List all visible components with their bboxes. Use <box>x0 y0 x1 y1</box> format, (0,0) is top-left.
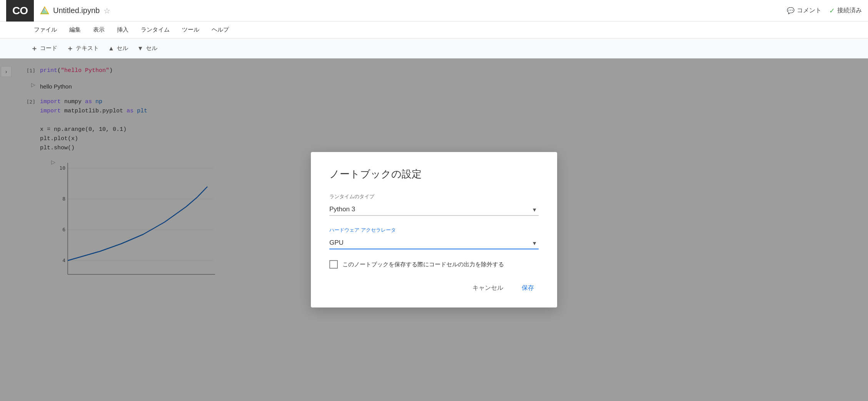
menu-edit[interactable]: 編集 <box>69 26 81 33</box>
menu-insert[interactable]: 挿入 <box>117 26 129 33</box>
settings-dialog: ノートブックの設定 ランタイムのタイプ Python 3 Python 2 ▼ … <box>311 152 557 307</box>
runtime-select[interactable]: Python 3 Python 2 <box>329 203 539 216</box>
star-icon[interactable]: ☆ <box>103 6 110 15</box>
save-button[interactable]: 保存 <box>517 281 539 295</box>
menu-view[interactable]: 表示 <box>93 26 105 33</box>
menu-file[interactable]: ファイル <box>34 26 57 33</box>
dialog-actions: キャンセル 保存 <box>329 281 539 295</box>
comment-button[interactable]: 💬 コメント <box>787 7 821 15</box>
dialog-title: ノートブックの設定 <box>329 167 539 181</box>
checkbox-row: このノートブックを保存する際にコードセルの出力を除外する <box>329 260 539 269</box>
accelerator-select-container: GPU なし TPU ▼ <box>329 237 539 249</box>
top-right: 💬 コメント ✓ 接続済み <box>787 7 862 15</box>
main-content: › [1] print("hello Python") ▷ hello Pyth… <box>0 58 868 401</box>
menu-tools[interactable]: ツール <box>182 26 199 33</box>
arrow-down-icon: ▼ <box>137 45 144 52</box>
accelerator-select[interactable]: GPU なし TPU <box>329 237 539 249</box>
file-title[interactable]: Untitled.ipynb <box>53 6 100 15</box>
accelerator-label: ハードウェア アクセラレータ <box>329 227 539 234</box>
menu-help[interactable]: ヘルプ <box>212 26 229 33</box>
comment-icon: 💬 <box>787 7 795 14</box>
add-code-button[interactable]: ＋ コード <box>31 44 57 53</box>
arrow-up-icon: ▲ <box>108 45 114 52</box>
runtime-select-container: Python 3 Python 2 ▼ <box>329 203 539 216</box>
cancel-button[interactable]: キャンセル <box>468 281 508 295</box>
plus-icon-2: ＋ <box>67 44 73 53</box>
file-title-area: Untitled.ipynb ☆ <box>40 6 787 15</box>
menu-runtime[interactable]: ランタイム <box>141 26 170 33</box>
logo[interactable]: CO <box>6 0 34 22</box>
check-icon: ✓ <box>829 7 835 15</box>
toolbar: ＋ コード ＋ テキスト ▲ セル ▼ セル <box>0 38 868 58</box>
top-bar: CO Untitled.ipynb ☆ 💬 コメント ✓ 接続済み <box>0 0 868 22</box>
add-text-button[interactable]: ＋ テキスト <box>67 44 99 53</box>
runtime-label: ランタイムのタイプ <box>329 193 539 200</box>
cell-up-button[interactable]: ▲ セル <box>108 45 128 52</box>
modal-overlay: ノートブックの設定 ランタイムのタイプ Python 3 Python 2 ▼ … <box>0 58 868 401</box>
plus-icon: ＋ <box>31 44 38 53</box>
cell-down-button[interactable]: ▼ セル <box>137 45 157 52</box>
menu-bar: ファイル 編集 表示 挿入 ランタイム ツール ヘルプ <box>0 22 868 38</box>
drive-icon <box>40 6 49 15</box>
checkbox-label: このノートブックを保存する際にコードセルの出力を除外する <box>342 261 504 268</box>
exclude-output-checkbox[interactable] <box>329 260 338 269</box>
connected-status: ✓ 接続済み <box>829 7 862 15</box>
